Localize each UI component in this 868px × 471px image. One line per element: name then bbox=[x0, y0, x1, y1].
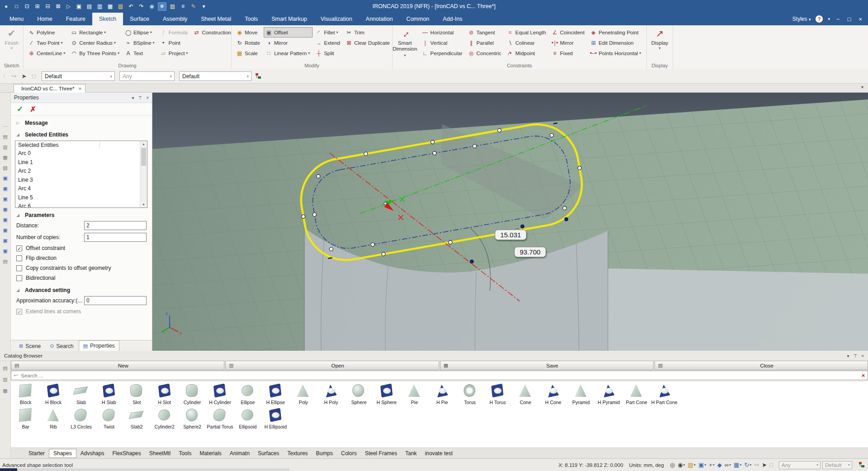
catalog-item[interactable]: Pyramid bbox=[567, 383, 595, 405]
ribbon-item[interactable]: = Equal Length ▾ bbox=[505, 27, 549, 38]
close-icon[interactable]: × bbox=[861, 353, 864, 358]
dimension-label[interactable]: 15.031 bbox=[495, 230, 526, 240]
menu-tab[interactable]: Menu bbox=[3, 13, 30, 25]
ribbon-item[interactable]: → Extend ▾ bbox=[313, 38, 343, 48]
catalog-item[interactable]: Poly bbox=[289, 383, 317, 405]
menu-tab[interactable]: Smart Markup bbox=[265, 13, 314, 25]
display-button[interactable]: ↗ Display ▾ bbox=[647, 25, 673, 50]
catalog-item[interactable]: H Ellipsoid bbox=[262, 407, 289, 429]
catalog-new-button[interactable]: ▤ New bbox=[11, 361, 224, 370]
drag-handle[interactable]: ⋯ bbox=[2, 123, 9, 129]
catalog-item[interactable]: Pie bbox=[400, 383, 428, 405]
catalog-item[interactable]: L3 Circles bbox=[67, 407, 95, 429]
restore-button[interactable]: □ bbox=[846, 16, 853, 23]
print-preview-icon[interactable]: ⊠ bbox=[54, 2, 62, 11]
cone-tool-icon[interactable]: ▣ bbox=[2, 207, 9, 212]
ribbon-item[interactable]: ⊞ Edit Dimension ▾ bbox=[588, 38, 644, 48]
surface-tool-icon[interactable]: ◆ ▾ bbox=[717, 462, 722, 468]
catalog-search-input[interactable] bbox=[20, 372, 860, 379]
redo-cursor-icon[interactable]: ↪ bbox=[9, 73, 19, 80]
filter-dropdown[interactable]: Default ▾ bbox=[822, 461, 852, 469]
entity-row[interactable]: Line 1 bbox=[15, 158, 147, 167]
filter-dropdown[interactable]: Default ▾ bbox=[179, 71, 251, 81]
copy-icon[interactable]: ▥ bbox=[95, 2, 104, 11]
triball-icon[interactable]: + ▾ bbox=[709, 462, 715, 468]
paste-icon[interactable]: ▦ bbox=[106, 2, 114, 11]
ribbon-item[interactable]: ∿ Polyline ▾ bbox=[26, 27, 68, 38]
catalog-tab[interactable]: Colors bbox=[337, 449, 361, 458]
ribbon-item[interactable]: •∣• Mirror ▾ bbox=[550, 38, 587, 48]
ribbon-item[interactable]: ⊘ Tangent ▾ bbox=[466, 27, 504, 38]
catalog-tab[interactable]: Animatn bbox=[226, 449, 254, 458]
zoom-tool-icon[interactable]: ◉ ▾ bbox=[678, 462, 685, 468]
ribbon-item[interactable]: ≡ Fixed ▾ bbox=[550, 48, 587, 58]
catalog-item[interactable]: Sphere2 bbox=[178, 407, 206, 429]
select-cursor-icon[interactable]: ➤ bbox=[19, 73, 28, 80]
catalog-tab[interactable]: Textures bbox=[283, 449, 312, 458]
catalog-close-button[interactable]: ▧ Close bbox=[655, 361, 868, 370]
new-scene-icon[interactable]: ⊡ bbox=[23, 2, 31, 11]
scrollbar-thumb[interactable] bbox=[141, 148, 146, 166]
app-logo-icon[interactable]: ● bbox=[2, 2, 10, 11]
close-icon[interactable]: × bbox=[78, 86, 81, 91]
slab-tool-icon[interactable]: ▣ bbox=[2, 227, 9, 233]
catalog-tab[interactable]: Materials bbox=[195, 449, 226, 458]
horizontal-scrollbar[interactable] bbox=[0, 468, 289, 471]
menu-tab[interactable]: Feature bbox=[59, 13, 92, 25]
catalog-item[interactable]: H Slot bbox=[151, 383, 178, 405]
pin-icon[interactable]: ⊤ bbox=[138, 95, 142, 100]
catalog-item[interactable]: Cylinder bbox=[178, 383, 206, 405]
custom-shape-tool-icon[interactable]: ▤ bbox=[2, 259, 9, 264]
catalog-item[interactable]: Bar bbox=[12, 407, 39, 429]
catalog-item[interactable]: Slab2 bbox=[123, 407, 151, 429]
catalog-save-button[interactable]: ▦ Save bbox=[440, 361, 654, 370]
checkbox-row[interactable]: ✓ Copy constraints to offset geometry bbox=[11, 263, 152, 273]
catalog-tab[interactable]: Steel Frames bbox=[361, 449, 401, 458]
checkbox[interactable]: ✓ bbox=[16, 265, 22, 271]
smart-dimension-button[interactable]: ↔ Smart Dimension ▾ bbox=[393, 25, 417, 58]
ribbon-item[interactable]: ◯ Ellipse ▾ bbox=[123, 27, 157, 38]
ribbon-item[interactable]: ▭ Rectangle ▾ bbox=[69, 27, 122, 38]
chevron-down-icon[interactable]: ▾ bbox=[132, 95, 134, 100]
ribbon-item[interactable]: ∖ Colinear ▾ bbox=[505, 38, 549, 48]
filter-dropdown[interactable]: Any ▾ bbox=[119, 71, 175, 81]
box-select-icon[interactable]: □ ▾ bbox=[769, 462, 773, 468]
catalog-tab[interactable]: Bumps bbox=[312, 449, 337, 458]
ribbon-item[interactable]: ◎ Concentric ▾ bbox=[466, 48, 504, 58]
add-part-icon[interactable]: ▧ ▾ bbox=[688, 462, 696, 468]
help-icon[interactable]: ? bbox=[816, 15, 823, 23]
style-brush-icon[interactable]: ✎ bbox=[189, 2, 198, 11]
ribbon-item[interactable]: ↻ Rotate ▾ bbox=[234, 38, 263, 48]
entity-row[interactable]: Arc 4 bbox=[15, 184, 147, 193]
ribbon-item[interactable]: ◈ Penetrating Point ▾ bbox=[588, 27, 644, 38]
catalog-tab[interactable]: Advshaps bbox=[76, 449, 109, 458]
panel-tab[interactable]: ⊙ Search bbox=[46, 341, 77, 351]
distance-field[interactable] bbox=[84, 221, 147, 230]
tab-list-chevron-icon[interactable]: ▾ bbox=[861, 85, 863, 89]
catalog-item[interactable]: H Ellipse bbox=[262, 383, 289, 405]
ribbon-item[interactable]: ∣ Vertical ▾ bbox=[420, 38, 465, 48]
ribbon-item[interactable]: — Horizontal ▾ bbox=[420, 27, 465, 38]
checkbox-row[interactable]: ✓ Offset constraint bbox=[11, 243, 152, 253]
render-mode-icon[interactable]: ▦ ▾ bbox=[734, 462, 741, 468]
panel-tab[interactable]: ⊞ Scene bbox=[15, 341, 45, 351]
ribbon-item[interactable]: ◜ Fillet ▾ bbox=[313, 27, 343, 38]
advanced-setting-section[interactable]: ◢ Advanced setting bbox=[11, 283, 152, 295]
ribbon-item[interactable]: ƒ Formula ▾ bbox=[158, 27, 191, 38]
ribbon-item[interactable]: ≈ BSpline ▾ bbox=[123, 38, 157, 48]
apply-button[interactable]: ✓ bbox=[17, 104, 23, 114]
filter-dropdown[interactable]: Any ▾ bbox=[779, 461, 821, 469]
finish-button[interactable]: ✔ Finish ▾ bbox=[0, 25, 23, 50]
entity-row[interactable]: Arc 0 bbox=[15, 149, 147, 158]
zoom-window-icon[interactable]: ◎ ▾ bbox=[670, 462, 675, 468]
redo-select-icon[interactable]: ↪ ▾ bbox=[754, 462, 759, 468]
open-icon[interactable]: ▷ bbox=[64, 2, 73, 11]
viewport-canvas[interactable]: z x bbox=[152, 93, 868, 351]
scene-hierarchy-icon[interactable] bbox=[255, 73, 262, 80]
marquee-select-icon[interactable]: □ bbox=[29, 73, 38, 80]
chevron-down-icon[interactable]: ▾ bbox=[847, 353, 849, 358]
options-list-icon[interactable]: ≡ bbox=[179, 2, 187, 11]
parameters-section[interactable]: ◢ Parameters bbox=[11, 208, 152, 220]
catalog-tab[interactable]: inovate test bbox=[421, 449, 456, 458]
chevron-down-icon[interactable]: ▾ bbox=[828, 17, 830, 21]
